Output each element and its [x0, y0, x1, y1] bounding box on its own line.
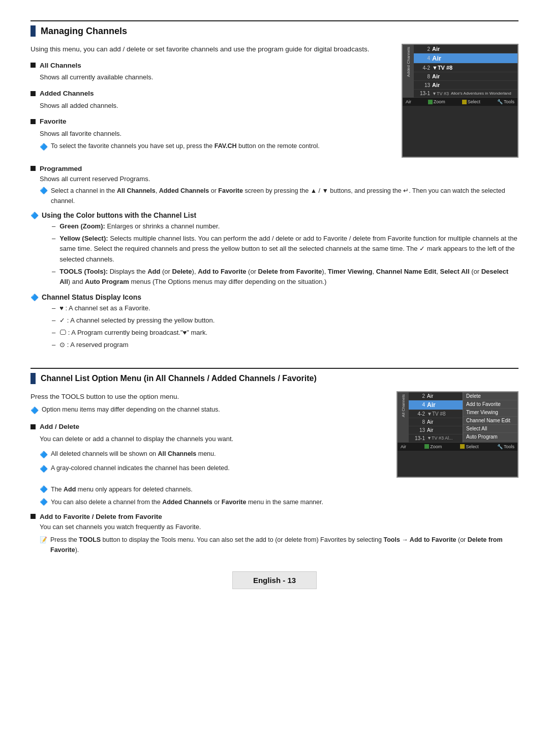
tools-item: – TOOLS (Tools): Displays the Add (or De… [52, 267, 518, 287]
section2-title-bar: Channel List Option Menu (in All Channel… [30, 368, 518, 384]
section2-heading: Channel List Option Menu (in All Channel… [41, 374, 317, 383]
add-delete-note4: 🔷 You can also delete a channel from the… [40, 498, 518, 507]
memo-icon: 📝 [40, 536, 47, 555]
add-delete-note1: 🔷 All deleted channels will be shown on … [40, 449, 386, 460]
section2-intro: Press the TOOLS button to use the option… [30, 391, 386, 402]
favorite-desc: Shows all favorite channels. [40, 129, 391, 139]
tv2-row: 13 Air [409, 426, 463, 434]
note-icon: 🔷 [40, 464, 48, 475]
add-delete-note2: 🔷 A gray-colored channel indicates the c… [40, 463, 386, 475]
add-delete-heading: Add / Delete [30, 421, 386, 432]
zoom-key2: Zoom [424, 444, 442, 449]
add-delete-note3: 🔷 The Add menu only appears for deleted … [40, 485, 518, 495]
tv-left-bar: Added Channels [403, 45, 414, 98]
tv-row: 8 Air [414, 72, 517, 81]
add-delete-note4-text: You can also delete a channel from the A… [51, 498, 323, 507]
intro-block: Using this menu, you can add / delete or… [30, 44, 518, 158]
bullet-icon [30, 91, 36, 96]
tv-channel-list: 2 Air 4 Air 4-2 ▼TV #8 8 Air [414, 45, 517, 98]
item-add-delete: Add / Delete You can delete or add a cha… [30, 421, 386, 444]
channel-status-list: – ♥ : A channel set as a Favorite. – ✓ :… [52, 303, 215, 351]
item-added-channels: Added Channels Shows all added channels. [30, 88, 391, 111]
note-icon: 🔷 [30, 294, 39, 354]
fav-note: 🔷 To select the favorite channels you ha… [40, 141, 391, 153]
section2-intro-block: Press the TOOLS button to use the option… [30, 391, 518, 478]
tv2-footer: Air Zoom Select 🔧 Tools [398, 443, 517, 451]
tv-footer: Air Zoom Select 🔧 Tools [403, 98, 517, 106]
status-broadcast-text: 🖵 : A Program currently being broadcast.… [59, 328, 207, 338]
tools-key: 🔧 Tools [497, 99, 514, 104]
item-all-channels: All Channels Shows all currently availab… [30, 60, 391, 83]
status-reserved-text: ⊙ : A reserved program [59, 340, 128, 350]
item-add-fav: Add to Favorite / Delete from Favorite Y… [30, 513, 518, 556]
green-zoom-item: – Green (Zoom): Enlarges or shrinks a ch… [52, 221, 518, 231]
note-icon: 🔷 [40, 450, 48, 460]
yellow-select-text: Yellow (Select): Selects multiple channe… [59, 234, 518, 264]
section2-intro-text: Press the TOOLS button to use the option… [30, 391, 386, 478]
item-favorite: Favorite Shows all favorite channels. 🔷 … [30, 116, 391, 152]
add-fav-heading: Add to Favorite / Delete from Favorite [30, 513, 518, 520]
status-reserved: – ⊙ : A reserved program [52, 340, 215, 350]
note-icon: 🔷 [30, 212, 39, 290]
add-delete-note3-text: The Add menu only appears for deleted ch… [51, 485, 193, 495]
add-delete-note1-text: All deleted channels will be shown on Al… [51, 449, 216, 460]
section2-note1: 🔷 Option menu items may differ depending… [30, 405, 386, 416]
yellow-select-item: – Yellow (Select): Selects multiple chan… [52, 234, 518, 264]
tv-tab-label: Added Channels [406, 47, 411, 77]
all-channels-heading: All Channels [30, 60, 391, 71]
favorite-heading: Favorite [30, 116, 391, 127]
tv-row-selected: 4 Air [414, 53, 517, 64]
color-buttons-note: 🔷 Using the Color buttons with the Chann… [30, 211, 518, 290]
menu-add-fav: Add to Favorite [463, 400, 517, 409]
note-icon: 🔷 [40, 498, 48, 507]
status-check-text: ✓ : A channel selected by pressing the y… [59, 315, 215, 326]
tv2-row: 2 Air [409, 392, 463, 400]
added-channels-desc: Shows all added channels. [40, 101, 391, 111]
menu-select-all: Select All [463, 425, 517, 433]
tv2-row-selected: 4 Air [409, 400, 463, 410]
tv-screenshot-1: Added Channels 2 Air 4 Air 4-2 ▼TV #8 [402, 44, 518, 158]
section2: Channel List Option Menu (in All Channel… [30, 368, 518, 556]
tv2-tab-label: All Channels [401, 394, 406, 417]
bullet-icon [30, 63, 36, 68]
tv2-row: 13-1 ▼TV #3 Al... [409, 434, 463, 443]
tools-text: TOOLS (Tools): Displays the Add (or Dele… [59, 267, 518, 287]
green-zoom-text: Green (Zoom): Enlarges or shrinks a chan… [59, 221, 220, 231]
tv2-footer-left: Air [401, 444, 406, 449]
blue-bar-icon [30, 25, 36, 37]
zoom-key: Zoom [428, 99, 445, 104]
programmed-note: 🔷 Select a channel in the All Channels, … [40, 186, 518, 206]
programmed-note-text: Select a channel in the All Channels, Ad… [51, 186, 518, 206]
added-channels-heading: Added Channels [30, 88, 391, 99]
page-footer: English - 13 [30, 571, 518, 589]
note-icon: 🔷 [40, 142, 48, 153]
menu-auto-prog: Auto Program [463, 433, 517, 441]
tv-screenshot-2: All Channels 2 Air 4 Air 4-2 ▼TV #8 [396, 391, 518, 478]
tv-row: 13 Air [414, 81, 517, 90]
tv2-left-bar: All Channels [398, 392, 409, 443]
menu-name-edit: Channel Name Edit [463, 417, 517, 425]
menu-delete: Delete [463, 392, 517, 400]
page-number: English - 13 [232, 571, 317, 589]
tv-row: 4-2 ▼TV #8 [414, 64, 517, 72]
intro-text: Using this menu, you can add / delete or… [30, 44, 391, 158]
note-icon: 🔷 [40, 485, 48, 495]
section1: Managing Channels Using this menu, you c… [30, 20, 518, 354]
bullet-icon [30, 424, 36, 429]
note-icon: 🔷 [40, 187, 48, 206]
programmed-desc: Shows all current reserved Programs. [40, 174, 518, 185]
bullet-icon [30, 514, 36, 519]
tv2-popup-menu: Delete Add to Favorite Timer Viewing Cha… [463, 392, 517, 443]
add-delete-desc: You can delete or add a channel to displ… [40, 434, 386, 445]
tv-sidebar: Added Channels 2 Air 4 Air 4-2 ▼TV #8 [403, 45, 517, 98]
tools-key2: 🔧 Tools [497, 444, 514, 449]
add-fav-note: 📝 Press the TOOLS button to display the … [40, 535, 518, 555]
fav-note-text: To select the favorite channels you have… [51, 141, 320, 153]
tv-row: 13-1 ▼TV #3 Alice's Adventures in Wonder… [414, 90, 517, 98]
tv-row: 2 Air [414, 45, 517, 53]
status-fav: – ♥ : A channel set as a Favorite. [52, 303, 215, 313]
intro-paragraph: Using this menu, you can add / delete or… [30, 44, 391, 55]
tv2-body: All Channels 2 Air 4 Air 4-2 ▼TV #8 [398, 392, 517, 443]
status-fav-text: ♥ : A channel set as a Favorite. [59, 303, 150, 313]
channel-status-note: 🔷 Channel Status Display Icons – ♥ : A c… [30, 293, 518, 354]
